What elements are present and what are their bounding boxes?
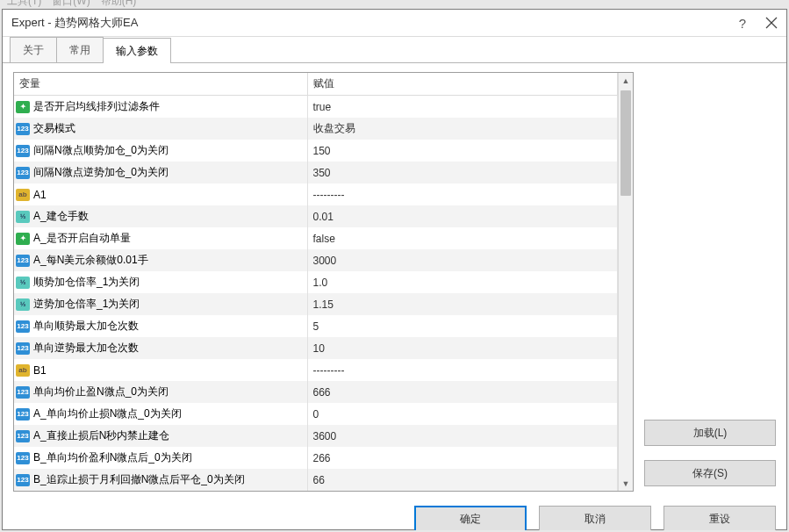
int-type-icon: 123 [16, 342, 30, 355]
variable-value[interactable]: --------- [307, 359, 618, 381]
scroll-down-icon[interactable]: ▼ [619, 476, 633, 491]
int-type-icon: 123 [16, 386, 30, 399]
dbl-type-icon: ½ [16, 298, 30, 311]
variable-name: A_是否开启自动单量 [33, 231, 131, 246]
dialog-title: Expert - 趋势网格大师EA [11, 15, 138, 31]
variable-value[interactable]: 3600 [307, 425, 618, 447]
dbl-type-icon: ½ [16, 211, 30, 223]
ok-button[interactable]: 确定 [414, 506, 527, 530]
table-row[interactable]: abA1--------- [14, 183, 618, 205]
variable-value[interactable]: 1.0 [307, 271, 618, 293]
menu-item[interactable]: 工具(T) [7, 0, 41, 9]
table-row[interactable]: ✦是否开启均线排列过滤条件true [14, 96, 618, 119]
int-type-icon: 123 [16, 452, 30, 464]
menu-item[interactable]: 帮助(H) [101, 0, 137, 9]
variable-name: 间隔N微点逆势加仓_0为关闭 [33, 165, 169, 180]
help-button[interactable]: ? [739, 16, 746, 31]
save-button[interactable]: 保存(S) [644, 460, 776, 486]
table-row[interactable]: ½逆势加仓倍率_1为关闭1.15 [14, 293, 618, 315]
variable-name: A_单向均价止损N微点_0为关闭 [33, 406, 182, 421]
variable-value[interactable]: 66 [307, 469, 618, 491]
table-row[interactable]: 123单向均价止盈N微点_0为关闭666 [14, 381, 618, 403]
variable-value[interactable]: 收盘交易 [307, 118, 618, 140]
tab-bar: 关于常用输入参数 [3, 37, 786, 63]
variable-name: 是否开启均线排列过滤条件 [33, 99, 160, 114]
table-row[interactable]: ½顺势加仓倍率_1为关闭1.0 [14, 271, 618, 293]
menu-item[interactable]: 窗口(W) [52, 0, 90, 9]
variable-value[interactable]: 10 [307, 337, 618, 359]
str-type-icon: ab [16, 189, 30, 201]
column-header-value[interactable]: 赋值 [307, 73, 618, 96]
column-header-variable[interactable]: 变量 [14, 73, 307, 96]
side-button-column: 加载(L) 保存(S) [644, 72, 776, 492]
close-icon[interactable] [765, 17, 778, 29]
dialog-titlebar: Expert - 趋势网格大师EA ? [3, 10, 786, 37]
table-row[interactable]: 123交易模式收盘交易 [14, 118, 618, 140]
scroll-up-icon[interactable]: ▲ [619, 73, 633, 88]
variable-value[interactable]: 266 [307, 447, 618, 469]
parameters-table: 变量 赋值 ✦是否开启均线排列过滤条件true123交易模式收盘交易123间隔N… [14, 73, 618, 491]
parent-window-menubar: 工具(T)窗口(W)帮助(H) [0, 0, 789, 9]
variable-value[interactable]: true [307, 96, 618, 119]
parameters-grid-wrap: 变量 赋值 ✦是否开启均线排列过滤条件true123交易模式收盘交易123间隔N… [13, 72, 634, 492]
variable-name: B_单向均价盈利N微点后_0为关闭 [33, 450, 192, 465]
variable-value[interactable]: 150 [307, 140, 618, 162]
table-row[interactable]: abB1--------- [14, 359, 618, 381]
int-type-icon: 123 [16, 408, 30, 421]
variable-value[interactable]: 0 [307, 403, 618, 425]
variable-value[interactable]: 666 [307, 381, 618, 403]
expert-dialog: Expert - 趋势网格大师EA ? 关于常用输入参数 变量 赋值 [2, 9, 787, 530]
dialog-footer: 确定 取消 重设 [3, 497, 786, 530]
table-row[interactable]: ½A_建仓手数0.01 [14, 205, 618, 227]
variable-value[interactable]: --------- [307, 183, 618, 205]
table-row[interactable]: 123间隔N微点逆势加仓_0为关闭350 [14, 162, 618, 183]
table-row[interactable]: ✦A_是否开启自动单量false [14, 227, 618, 249]
table-row[interactable]: 123A_直接止损后N秒内禁止建仓3600 [14, 425, 618, 447]
title-controls: ? [739, 16, 778, 31]
bool-type-icon: ✦ [16, 233, 30, 245]
variable-value[interactable]: 350 [307, 162, 618, 183]
variable-name: A_建仓手数 [33, 209, 89, 224]
cancel-button[interactable]: 取消 [539, 506, 651, 530]
table-row[interactable]: 123B_单向均价盈利N微点后_0为关闭266 [14, 447, 618, 469]
variable-name: A_直接止损后N秒内禁止建仓 [33, 428, 169, 443]
variable-name: 逆势加仓倍率_1为关闭 [33, 297, 140, 312]
variable-name: B1 [33, 364, 47, 377]
str-type-icon: ab [16, 364, 30, 377]
vertical-scrollbar[interactable]: ▲ ▼ [618, 73, 633, 491]
table-row[interactable]: 123单向逆势最大加仓次数10 [14, 337, 618, 359]
table-row[interactable]: 123A_每N美元余额做0.01手3000 [14, 249, 618, 271]
load-button[interactable]: 加载(L) [644, 420, 776, 446]
variable-name: 单向顺势最大加仓次数 [33, 319, 139, 334]
variable-value[interactable]: false [307, 227, 618, 249]
tab-0[interactable]: 关于 [10, 37, 57, 62]
int-type-icon: 123 [16, 474, 30, 486]
int-type-icon: 123 [16, 255, 30, 267]
int-type-icon: 123 [16, 320, 30, 333]
table-row[interactable]: 123间隔N微点顺势加仓_0为关闭150 [14, 140, 618, 162]
bool-type-icon: ✦ [16, 101, 30, 113]
variable-name: 顺势加仓倍率_1为关闭 [33, 275, 140, 290]
reset-button[interactable]: 重设 [663, 506, 776, 530]
variable-value[interactable]: 0.01 [307, 205, 618, 227]
variable-value[interactable]: 3000 [307, 249, 618, 271]
scroll-thumb[interactable] [620, 90, 631, 196]
table-row[interactable]: 123单向顺势最大加仓次数5 [14, 315, 618, 337]
int-type-icon: 123 [16, 145, 30, 157]
variable-name: A_每N美元余额做0.01手 [33, 253, 148, 268]
variable-name: 交易模式 [33, 121, 75, 136]
int-type-icon: 123 [16, 430, 30, 442]
variable-name: 间隔N微点顺势加仓_0为关闭 [33, 143, 169, 158]
tab-1[interactable]: 常用 [56, 37, 104, 62]
variable-value[interactable]: 1.15 [307, 293, 618, 315]
parameters-grid[interactable]: 变量 赋值 ✦是否开启均线排列过滤条件true123交易模式收盘交易123间隔N… [14, 73, 618, 491]
table-row[interactable]: 123A_单向均价止损N微点_0为关闭0 [14, 403, 618, 425]
table-row[interactable]: 123B_追踪止损于月利回撤N微点后平仓_0为关闭66 [14, 469, 618, 491]
variable-value[interactable]: 5 [307, 315, 618, 337]
tab-2[interactable]: 输入参数 [103, 38, 171, 63]
int-type-icon: 123 [16, 167, 30, 179]
variable-name: A1 [33, 189, 47, 201]
variable-name: B_追踪止损于月利回撤N微点后平仓_0为关闭 [33, 472, 245, 487]
dialog-content: 变量 赋值 ✦是否开启均线排列过滤条件true123交易模式收盘交易123间隔N… [3, 63, 786, 497]
int-type-icon: 123 [16, 123, 30, 135]
